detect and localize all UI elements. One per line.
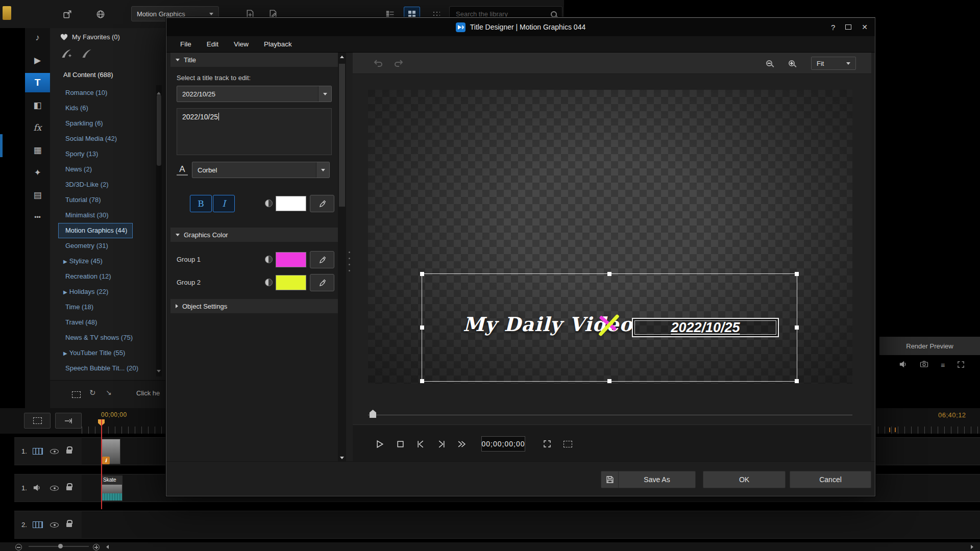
safe-zone-button[interactable]: [561, 438, 574, 449]
scrollbar-thumb[interactable]: [339, 64, 345, 207]
create-title-quill-icon[interactable]: [60, 48, 72, 59]
library-category[interactable]: 3D/3D-Like (2): [58, 177, 133, 192]
opacity-icon[interactable]: [265, 199, 273, 207]
library-category[interactable]: Sporty (13): [58, 146, 133, 162]
sidebar-chapter-room-icon[interactable]: ▤: [25, 185, 50, 205]
group2-color-picker-button[interactable]: [310, 274, 334, 291]
library-category[interactable]: News (2): [58, 162, 133, 177]
menu-file[interactable]: File: [173, 40, 199, 48]
previous-frame-button[interactable]: [414, 438, 427, 449]
scroll-down-icon[interactable]: [340, 457, 344, 459]
resize-handle[interactable]: [420, 325, 424, 330]
play-button[interactable]: [373, 438, 386, 449]
group2-color-swatch[interactable]: [276, 275, 306, 290]
scroll-right-icon[interactable]: [971, 545, 973, 549]
opacity-icon[interactable]: [265, 279, 273, 286]
scroll-up-icon[interactable]: [340, 56, 344, 58]
zoom-in-icon[interactable]: [785, 57, 799, 70]
resize-handle[interactable]: [420, 272, 424, 276]
fullscreen-button[interactable]: [541, 438, 554, 449]
apply-icon[interactable]: ↘: [106, 388, 112, 396]
preview-scrubber[interactable]: [353, 406, 871, 424]
preview-canvas[interactable]: My Daily Video 2022/10/25: [368, 90, 852, 384]
scroll-down-icon[interactable]: [157, 365, 161, 374]
menu-edit[interactable]: Edit: [199, 40, 226, 48]
sidebar-transition-room-icon[interactable]: ◧: [25, 95, 50, 115]
library-category[interactable]: Romance (10): [58, 85, 133, 101]
library-category[interactable]: Tutorial (78): [58, 192, 133, 208]
sidebar-media-room-icon[interactable]: ♪: [25, 28, 50, 47]
menu-view[interactable]: View: [226, 40, 256, 48]
resize-handle[interactable]: [607, 272, 611, 276]
library-scrollbar[interactable]: [156, 85, 162, 377]
fit-timeline-button[interactable]: [55, 413, 82, 429]
fast-forward-button[interactable]: [455, 438, 468, 449]
download-content-icon[interactable]: [93, 7, 108, 21]
track-visibility-icon[interactable]: [50, 522, 59, 528]
maximize-button[interactable]: [845, 24, 851, 30]
close-button[interactable]: ✕: [862, 23, 868, 31]
library-category[interactable]: ▶Holidays (22): [58, 284, 133, 299]
render-preview-button[interactable]: Render Preview: [879, 337, 980, 355]
library-category[interactable]: Motion Graphics (44): [58, 223, 133, 238]
scrubber-track[interactable]: [368, 415, 852, 416]
video-track-icon[interactable]: [33, 448, 43, 455]
library-category[interactable]: ▶Stylize (45): [58, 254, 133, 269]
save-as-button[interactable]: Save As: [601, 471, 696, 488]
all-content-label[interactable]: All Content (688): [63, 71, 113, 79]
title-track-dropdown[interactable]: 2022/10/25: [177, 86, 332, 102]
resize-handle[interactable]: [795, 325, 799, 330]
quill-icon[interactable]: [81, 48, 93, 59]
graphics-color-section-header[interactable]: Graphics Color: [170, 228, 338, 242]
object-settings-section-header[interactable]: Object Settings: [170, 299, 338, 313]
next-frame-button[interactable]: [434, 438, 448, 449]
preview-timecode[interactable]: 00;00;00;00: [481, 436, 525, 452]
favorites-label[interactable]: My Favorites (0): [72, 33, 120, 41]
playhead-line[interactable]: [101, 419, 102, 509]
sidebar-effect-room-icon[interactable]: fx: [25, 118, 50, 137]
track-lock-icon[interactable]: [66, 449, 72, 454]
text-color-swatch[interactable]: [276, 196, 306, 211]
library-category[interactable]: News & TV shows (75): [58, 330, 133, 345]
canvas-date-text[interactable]: 2022/10/25: [633, 319, 778, 336]
dialog-titlebar[interactable]: Title Designer | Motion Graphics 044 ? ✕: [166, 18, 875, 36]
audio-track-icon[interactable]: [33, 484, 41, 494]
title-section-header[interactable]: Title: [170, 53, 338, 67]
zoom-slider-knob[interactable]: [58, 544, 63, 548]
library-category[interactable]: Minimalist (30): [58, 208, 133, 223]
library-category[interactable]: Sparkling (6): [58, 116, 133, 131]
zoom-out-icon[interactable]: [762, 57, 776, 70]
canvas-date-textbox[interactable]: 2022/10/25: [632, 318, 779, 337]
clip-info-badge[interactable]: i: [102, 457, 110, 464]
timeline-marquee-button[interactable]: [24, 413, 51, 429]
title-text-input[interactable]: 2022/10/25: [177, 108, 332, 155]
stop-button[interactable]: [394, 438, 407, 449]
import-media-icon[interactable]: [60, 7, 75, 21]
sidebar-overlay-room-icon[interactable]: ▦: [25, 140, 50, 160]
library-category[interactable]: Recreation (12): [58, 269, 133, 284]
video-track-icon[interactable]: [33, 521, 43, 528]
volume-icon[interactable]: [899, 360, 908, 370]
undo-icon[interactable]: [371, 57, 385, 70]
library-category[interactable]: Speech Bubble Tit... (20): [58, 361, 133, 376]
sidebar-title-room-icon[interactable]: T: [25, 73, 50, 92]
resize-handle[interactable]: [795, 379, 799, 383]
sidebar-particle-room-icon[interactable]: ✦: [25, 163, 50, 182]
track-visibility-icon[interactable]: [50, 486, 59, 491]
sidebar-more-rooms-icon[interactable]: •••: [25, 208, 50, 227]
select-range-icon[interactable]: [72, 391, 81, 400]
panel-splitter[interactable]: [348, 252, 351, 280]
undock-preview-icon[interactable]: [957, 361, 965, 370]
properties-scrollbar[interactable]: [338, 53, 346, 462]
bold-button[interactable]: B: [190, 195, 212, 212]
zoom-in-timeline-icon[interactable]: [93, 543, 100, 551]
ok-button[interactable]: OK: [703, 471, 786, 488]
group1-color-picker-button[interactable]: [310, 251, 334, 268]
library-category[interactable]: Kids (6): [58, 101, 133, 116]
preview-quality-icon[interactable]: ≡: [941, 361, 945, 369]
text-color-picker-button[interactable]: [310, 195, 334, 212]
group1-color-swatch[interactable]: [276, 252, 306, 267]
canvas-x-graphic[interactable]: [596, 313, 622, 338]
redo-icon[interactable]: [391, 57, 406, 70]
loop-icon[interactable]: ↻: [89, 388, 96, 397]
